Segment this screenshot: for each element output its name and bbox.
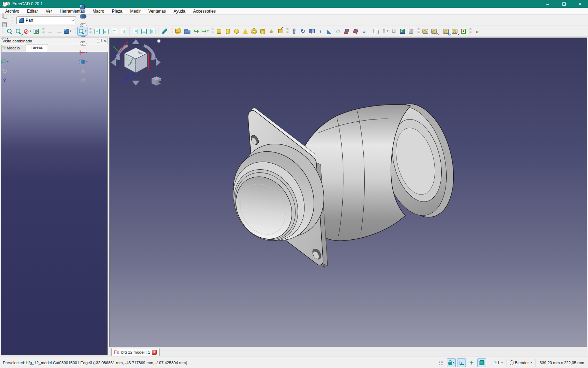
snap-add-button[interactable]: + [467, 358, 476, 367]
redo-button[interactable]: ↷▾ [0, 43, 9, 53]
join-features-button[interactable]: ▾ [78, 57, 88, 66]
panel-header[interactable]: Vista combinada × [1, 38, 108, 44]
float-panel-icon[interactable] [97, 40, 100, 42]
refresh-button[interactable]: ↻ [0, 67, 9, 76]
check-geometry-button[interactable]: ♟ [78, 66, 88, 75]
primitive-cylinder-button[interactable] [223, 27, 232, 36]
primitive-torus-button[interactable] [250, 27, 258, 36]
create-part-button[interactable] [174, 27, 183, 36]
toolbar-handle[interactable] [11, 17, 13, 24]
thickness-button[interactable]: ⊔ [389, 27, 398, 36]
whats-this-button[interactable]: ? [0, 76, 9, 85]
compound-tools-button[interactable]: ⊢▾ [78, 48, 88, 57]
tab-tareas[interactable]: Tareas [26, 44, 48, 52]
section-button[interactable]: ◒ [360, 27, 369, 36]
menu-macro[interactable]: Macro [89, 8, 108, 14]
working-plane-button[interactable] [477, 358, 486, 367]
view-front-button[interactable] [102, 27, 110, 36]
menu-editar[interactable]: Editar [23, 8, 42, 14]
close-button[interactable]: × [572, 0, 588, 8]
fit-all-button[interactable] [5, 27, 14, 36]
toolbar-handle[interactable] [286, 28, 289, 35]
cut-button[interactable]: ✂ [0, 2, 9, 11]
snap-dimension-button[interactable] [457, 358, 466, 367]
toolbar-overflow-button[interactable]: » [473, 27, 482, 36]
3d-model-flanged-connector[interactable] [110, 38, 587, 347]
grid-toggle-button[interactable] [437, 358, 446, 367]
view-rear-button[interactable] [131, 27, 140, 36]
boolean-operation-button[interactable]: ▾ [78, 2, 88, 12]
extrude-button[interactable]: ⇧ [290, 27, 299, 36]
toolbar-handle[interactable] [171, 28, 173, 35]
primitive-cone-button[interactable] [241, 27, 250, 36]
defeaturing-button[interactable]: ↺ [78, 75, 88, 84]
view-left-button[interactable] [148, 27, 157, 36]
menu-ayuda[interactable]: Ayuda [170, 8, 189, 14]
measure-toggle-3d-button[interactable] [459, 27, 468, 36]
toolbar-handle[interactable] [469, 28, 472, 35]
menu-ventanas[interactable]: Ventanas [145, 8, 170, 14]
check-geometry-icon: ♟ [80, 68, 86, 74]
snap-lock-button[interactable]: ▾ [447, 358, 456, 367]
sweep-button[interactable] [351, 27, 360, 36]
offset-2d-button[interactable] [372, 27, 380, 36]
fillet-button[interactable]: ◗ [316, 27, 325, 36]
boolean-section-button[interactable] [78, 39, 88, 48]
toolbar-handle[interactable] [42, 28, 45, 35]
menu-accessories[interactable]: Accessories [189, 8, 220, 14]
measure-angular-button[interactable]: ◠ [429, 27, 438, 36]
shape-builder-button[interactable] [276, 27, 285, 36]
nav-cube-menu[interactable] [152, 76, 162, 86]
mirror-button[interactable] [307, 27, 316, 36]
chamfer-button[interactable]: ◣ [325, 27, 334, 36]
loft-button[interactable] [342, 27, 351, 36]
primitive-tube-button[interactable] [258, 27, 267, 36]
tasks-panel-body[interactable] [1, 52, 108, 355]
view-right-button[interactable] [119, 27, 128, 36]
create-group-button[interactable] [183, 27, 192, 36]
toolbar-handle[interactable] [89, 28, 92, 35]
linked-view-button[interactable]: ▾ [63, 27, 72, 36]
make-link-button[interactable]: ↪ [192, 27, 201, 36]
sync-view-button[interactable] [32, 27, 41, 36]
toolbar-handle[interactable] [417, 28, 420, 35]
clipping-plane-button[interactable]: ⊘▾ [23, 27, 32, 36]
view-top-button[interactable] [110, 27, 119, 36]
measure-clear-all-button[interactable]: × [450, 27, 459, 36]
convert-to-solid-button[interactable] [407, 27, 415, 36]
document-tab-close-icon[interactable]: × [152, 350, 157, 355]
navigation-style-selector[interactable]: Blender ▾ [509, 358, 533, 367]
toolbar-handle[interactable] [74, 28, 76, 35]
primitive-box-button[interactable] [215, 27, 223, 36]
refine-shape-button[interactable] [398, 27, 407, 36]
zoom-button[interactable]: ▾ [77, 27, 88, 36]
ruled-surface-button[interactable]: ▱ [334, 27, 342, 36]
primitive-sphere-button[interactable] [232, 27, 241, 36]
validate-sketch-button[interactable]: ☑▾ [0, 57, 9, 67]
scale-selector[interactable]: 1:1 ▾ [492, 358, 503, 367]
link-actions-button[interactable]: ↪▾ [201, 27, 209, 36]
view-axonometric-button[interactable] [93, 27, 102, 36]
3d-viewport[interactable]: FRONT TOP x [109, 38, 587, 347]
close-panel-icon[interactable]: × [103, 38, 106, 43]
fit-selection-button[interactable]: ↗ [14, 27, 23, 36]
menu-medir[interactable]: Medir [126, 8, 145, 14]
minimize-button[interactable]: – [540, 0, 556, 8]
revolve-button[interactable]: ↻ [299, 27, 307, 36]
primitives-dialog-button[interactable] [267, 27, 276, 36]
toolbar-handle[interactable] [211, 28, 214, 35]
document-tab[interactable]: F bfg 12 model : 1 × [111, 348, 160, 356]
restore-button[interactable] [556, 0, 572, 8]
nav-forward-button[interactable]: → [55, 27, 63, 36]
measure-refresh-button[interactable]: ↻ [441, 27, 450, 36]
measure-linear-button[interactable] [421, 27, 429, 36]
offset-3d-button[interactable]: ⇑▾ [380, 27, 389, 36]
nav-back-button[interactable]: ← [46, 27, 55, 36]
boolean-union-button[interactable] [78, 12, 88, 21]
copy-button[interactable] [0, 11, 9, 20]
menu-pieza[interactable]: Pieza [108, 8, 126, 14]
menu-ver[interactable]: Ver [42, 8, 56, 14]
view-bottom-button[interactable] [140, 27, 148, 36]
measure-distance-button[interactable] [160, 27, 169, 36]
workbench-selector[interactable]: Part [16, 16, 76, 24]
